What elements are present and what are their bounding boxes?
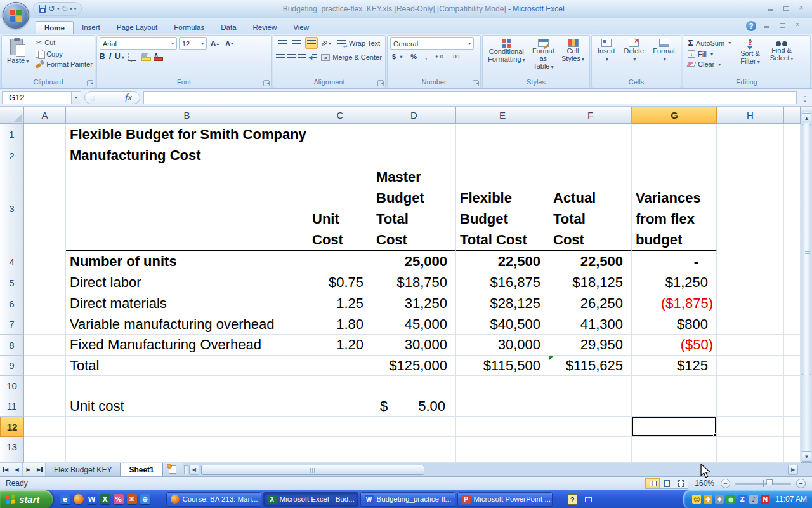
align-right-button[interactable]: [298, 51, 306, 63]
wrap-text-button[interactable]: Wrap Text: [336, 39, 382, 48]
help-icon[interactable]: ?: [746, 21, 756, 31]
cell-B4[interactable]: Number of units: [66, 251, 308, 272]
scroll-up-icon[interactable]: ▲: [802, 113, 811, 123]
cell-A13[interactable]: [24, 437, 66, 457]
row-header-11[interactable]: 11: [0, 396, 24, 417]
cell-B12[interactable]: [66, 417, 308, 437]
cell-pad-10[interactable]: [784, 376, 801, 396]
task-button-word[interactable]: WBudgeting_practice-fl...: [360, 492, 455, 507]
cell-D9[interactable]: $125,000: [372, 356, 456, 376]
cell-C6[interactable]: 1.25: [308, 293, 372, 314]
cell-C7[interactable]: 1.80: [308, 314, 372, 335]
cell-A5[interactable]: [24, 272, 66, 293]
ribbon-tab-insert[interactable]: Insert: [74, 21, 108, 34]
cell-B2[interactable]: Manufacturing Cost: [66, 145, 308, 166]
vertical-scroll-thumb[interactable]: [802, 124, 811, 375]
cell-G8[interactable]: ($50): [632, 335, 717, 356]
cell-G6[interactable]: ($1,875): [632, 293, 717, 314]
column-header-C[interactable]: C: [308, 107, 372, 124]
internet-explorer-icon[interactable]: e: [60, 494, 70, 504]
cell-styles-button[interactable]: CellStyles: [559, 37, 587, 78]
cell-C13[interactable]: [308, 437, 372, 457]
cell-pad-13[interactable]: [784, 437, 801, 457]
cell-E8[interactable]: 30,000: [456, 335, 549, 356]
cell-A3[interactable]: [24, 166, 66, 251]
row-header-5[interactable]: 5: [0, 272, 24, 293]
cell-E4[interactable]: 22,500: [456, 251, 549, 272]
zoom-level[interactable]: 160%: [695, 479, 714, 488]
cell-G9[interactable]: $125: [632, 356, 717, 376]
cell-H11[interactable]: [717, 396, 784, 417]
align-middle-button[interactable]: [291, 37, 303, 49]
cell-A4[interactable]: [24, 251, 66, 272]
cut-button[interactable]: ✂Cut: [34, 37, 95, 48]
cell-H12[interactable]: [717, 417, 784, 437]
last-sheet-button[interactable]: ▶: [34, 463, 46, 476]
cell-G12[interactable]: [632, 417, 717, 437]
number-dialog-launcher[interactable]: [473, 80, 479, 86]
first-sheet-button[interactable]: ◀: [0, 463, 11, 476]
next-sheet-button[interactable]: ▶: [23, 463, 34, 476]
cell-pad-[interactable]: [784, 457, 801, 463]
utility-icon[interactable]: ♦: [715, 495, 724, 504]
grow-font-button[interactable]: A▲: [209, 38, 221, 50]
align-center-button[interactable]: [287, 51, 296, 63]
ribbon-tab-view[interactable]: View: [285, 21, 317, 34]
cell-F5[interactable]: $18,125: [549, 272, 632, 293]
tab-split-handle[interactable]: [184, 465, 188, 474]
font-dialog-launcher[interactable]: [263, 80, 270, 86]
align-left-button[interactable]: [276, 51, 285, 63]
cell-E5[interactable]: $16,875: [456, 272, 549, 293]
cell-D13[interactable]: [372, 437, 456, 457]
undo-button[interactable]: ↺: [48, 4, 55, 13]
cell-G3[interactable]: Variances from flex budget: [632, 166, 717, 251]
save-icon[interactable]: [39, 5, 46, 13]
cell-G13[interactable]: [632, 437, 717, 457]
format-painter-button[interactable]: Format Painter: [34, 60, 95, 69]
clipboard-dialog-launcher[interactable]: [87, 80, 93, 86]
cell-E2[interactable]: [456, 145, 549, 166]
clear-button[interactable]: Clear: [686, 60, 733, 69]
row-header-7[interactable]: 7: [0, 314, 24, 335]
workbook-restore-icon[interactable]: [776, 22, 788, 30]
cell-D3[interactable]: Master Budget Total Cost: [372, 166, 456, 251]
conditional-formatting-button[interactable]: ConditionalFormatting: [485, 37, 528, 78]
find-select-button[interactable]: Find &Select: [768, 37, 796, 78]
cell-B3[interactable]: [66, 166, 308, 251]
customize-qat-button[interactable]: ▾: [74, 6, 77, 11]
cell-D7[interactable]: 45,000: [372, 314, 456, 335]
row-header-2[interactable]: 2: [0, 145, 24, 166]
column-header-H[interactable]: H: [717, 107, 784, 124]
decrease-decimal-button[interactable]: .00: [450, 53, 462, 60]
cell-F12[interactable]: [549, 417, 632, 437]
scroll-down-icon[interactable]: ▼: [802, 451, 811, 462]
column-header-G[interactable]: G: [632, 107, 717, 124]
copy-button[interactable]: Copy: [34, 49, 95, 58]
alignment-dialog-launcher[interactable]: [377, 80, 384, 86]
percent-format-button[interactable]: %: [409, 52, 419, 61]
cell-A7[interactable]: [24, 314, 66, 335]
column-header-A[interactable]: A: [24, 107, 66, 124]
cell-B10[interactable]: [66, 376, 308, 396]
fill-color-button[interactable]: [140, 53, 148, 61]
excel-icon[interactable]: X: [100, 494, 110, 504]
cell-D12[interactable]: [372, 417, 456, 437]
column-header-D[interactable]: D: [372, 107, 456, 124]
cell-pad-6[interactable]: [784, 293, 801, 314]
paste-button[interactable]: Paste: [4, 37, 31, 78]
cell-C10[interactable]: [308, 376, 372, 396]
select-all-corner[interactable]: [0, 107, 24, 124]
cell-F10[interactable]: [549, 376, 632, 396]
cell-D10[interactable]: [372, 376, 456, 396]
cell-H2[interactable]: [717, 145, 784, 166]
cell-H4[interactable]: [717, 251, 784, 272]
redo-button[interactable]: ↻: [61, 4, 68, 13]
cell-F4[interactable]: 22,500: [549, 251, 632, 272]
cell-H[interactable]: [717, 457, 784, 463]
zoom-in-button[interactable]: +: [796, 479, 806, 488]
taskbar-help-icon[interactable]: ?: [568, 494, 577, 505]
insert-cells-button[interactable]: Insert: [595, 37, 618, 78]
italic-button[interactable]: I: [109, 52, 111, 61]
cell-F[interactable]: [549, 457, 632, 463]
page-layout-view-button[interactable]: [660, 478, 674, 488]
